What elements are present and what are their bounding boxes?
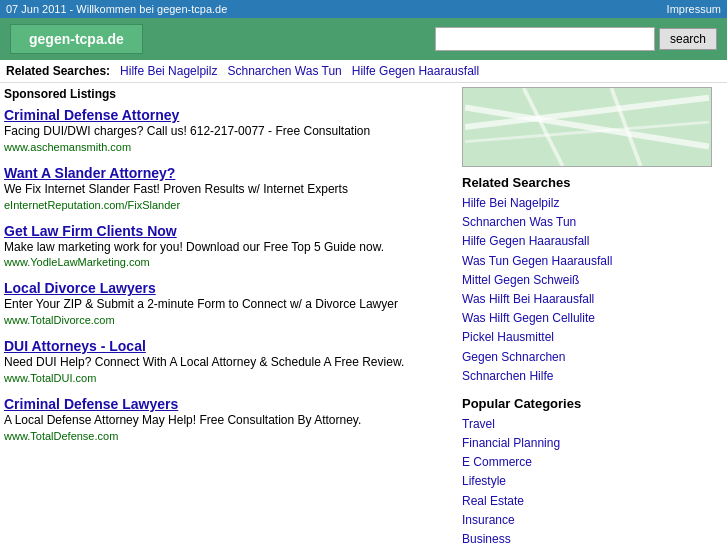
listing-title-4[interactable]: DUI Attorneys - Local	[4, 338, 454, 354]
right-related-section: Related Searches Hilfe Bei Nagelpilz Sch…	[462, 175, 723, 386]
list-item: Want A Slander Attorney? We Fix Internet…	[4, 165, 454, 211]
right-popular-links: Travel Financial Planning E Commerce Lif…	[462, 415, 723, 545]
search-button[interactable]: search	[659, 28, 717, 50]
title-bar: 07 Jun 2011 - Willkommen bei gegen-tcpa.…	[0, 0, 727, 18]
search-area: search	[435, 27, 717, 51]
listing-desc-2: Make law marketing work for you! Downloa…	[4, 240, 384, 254]
list-item: Get Law Firm Clients Now Make law market…	[4, 223, 454, 269]
listing-desc-0: Facing DUI/DWI charges? Call us! 612-217…	[4, 124, 370, 138]
popular-4[interactable]: Real Estate	[462, 492, 723, 511]
listing-url-1[interactable]: eInternetReputation.com/FixSlander	[4, 199, 454, 211]
right-related-2[interactable]: Hilfe Gegen Haarausfall	[462, 232, 723, 251]
right-related-5[interactable]: Was Hilft Bei Haarausfall	[462, 290, 723, 309]
related-link-3[interactable]: Hilfe Gegen Haarausfall	[352, 64, 479, 78]
popular-1[interactable]: Financial Planning	[462, 434, 723, 453]
window-title: 07 Jun 2011 - Willkommen bei gegen-tcpa.…	[6, 3, 227, 15]
right-related-3[interactable]: Was Tun Gegen Haarausfall	[462, 252, 723, 271]
listing-desc-1: We Fix Internet Slander Fast! Proven Res…	[4, 182, 348, 196]
right-related-0[interactable]: Hilfe Bei Nagelpilz	[462, 194, 723, 213]
right-related-9[interactable]: Schnarchen Hilfe	[462, 367, 723, 386]
popular-2[interactable]: E Commerce	[462, 453, 723, 472]
related-link-1[interactable]: Hilfe Bei Nagelpilz	[120, 64, 217, 78]
popular-5[interactable]: Insurance	[462, 511, 723, 530]
right-popular-title: Popular Categories	[462, 396, 723, 411]
left-column: Sponsored Listings Criminal Defense Atto…	[4, 87, 454, 545]
listing-url-5[interactable]: www.TotalDefense.com	[4, 430, 454, 442]
listing-title-1[interactable]: Want A Slander Attorney?	[4, 165, 454, 181]
listing-desc-5: A Local Defense Attorney May Help! Free …	[4, 413, 361, 427]
popular-6[interactable]: Business	[462, 530, 723, 545]
search-input[interactable]	[435, 27, 655, 51]
right-related-6[interactable]: Was Hilft Gegen Cellulite	[462, 309, 723, 328]
popular-3[interactable]: Lifestyle	[462, 472, 723, 491]
sponsored-label: Sponsored Listings	[4, 87, 454, 101]
listing-desc-4: Need DUI Help? Connect With A Local Atto…	[4, 355, 404, 369]
logo[interactable]: gegen-tcpa.de	[10, 24, 143, 54]
listing-url-2[interactable]: www.YodleLawMarketing.com	[4, 256, 454, 268]
listing-title-3[interactable]: Local Divorce Lawyers	[4, 280, 454, 296]
right-related-4[interactable]: Mittel Gegen Schweiß	[462, 271, 723, 290]
list-item: Local Divorce Lawyers Enter Your ZIP & S…	[4, 280, 454, 326]
right-related-links: Hilfe Bei Nagelpilz Schnarchen Was Tun H…	[462, 194, 723, 386]
right-related-title: Related Searches	[462, 175, 723, 190]
list-item: Criminal Defense Attorney Facing DUI/DWI…	[4, 107, 454, 153]
logo-bar: gegen-tcpa.de search	[0, 18, 727, 60]
related-bar: Related Searches: Hilfe Bei Nagelpilz Sc…	[0, 60, 727, 83]
listing-url-4[interactable]: www.TotalDUI.com	[4, 372, 454, 384]
right-column: Related Searches Hilfe Bei Nagelpilz Sch…	[462, 87, 723, 545]
list-item: DUI Attorneys - Local Need DUI Help? Con…	[4, 338, 454, 384]
listing-title-2[interactable]: Get Law Firm Clients Now	[4, 223, 454, 239]
related-bar-label: Related Searches:	[6, 64, 110, 78]
listing-title-0[interactable]: Criminal Defense Attorney	[4, 107, 454, 123]
related-link-2[interactable]: Schnarchen Was Tun	[227, 64, 341, 78]
listing-url-0[interactable]: www.aschemansmith.com	[4, 141, 454, 153]
list-item: Criminal Defense Lawyers A Local Defense…	[4, 396, 454, 442]
listing-url-3[interactable]: www.TotalDivorce.com	[4, 314, 454, 326]
main-content: Sponsored Listings Criminal Defense Atto…	[0, 83, 727, 545]
listing-title-5[interactable]: Criminal Defense Lawyers	[4, 396, 454, 412]
popular-0[interactable]: Travel	[462, 415, 723, 434]
right-related-1[interactable]: Schnarchen Was Tun	[462, 213, 723, 232]
map-image	[462, 87, 712, 167]
right-popular-section: Popular Categories Travel Financial Plan…	[462, 396, 723, 545]
impressum-link[interactable]: Impressum	[667, 3, 721, 15]
right-related-8[interactable]: Gegen Schnarchen	[462, 348, 723, 367]
right-related-7[interactable]: Pickel Hausmittel	[462, 328, 723, 347]
listing-desc-3: Enter Your ZIP & Submit a 2-minute Form …	[4, 297, 398, 311]
